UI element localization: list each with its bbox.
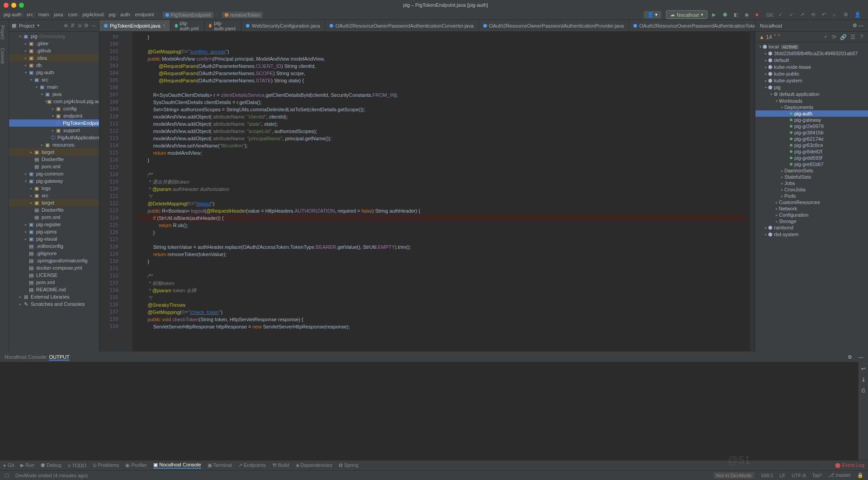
noc-item-StatefulSets[interactable]: ▸StatefulSets xyxy=(755,174,868,180)
problems-count[interactable]: 14 xyxy=(766,34,772,40)
noc-item-CronJobs[interactable]: ▸CronJobs xyxy=(755,186,868,193)
tree-item-com.pig4cloud.pig.auth[interactable]: ▾▣com.pig4cloud.pig.auth xyxy=(9,98,99,105)
git-commit-icon[interactable]: ✓ xyxy=(789,12,796,18)
git-branch[interactable]: ⎇ master xyxy=(828,472,851,478)
breadcrumb-method[interactable]: removeToken xyxy=(222,12,263,18)
bottom-settings-icon[interactable]: ⚙ xyxy=(848,354,852,360)
print-icon[interactable]: ⎙ xyxy=(862,387,865,394)
noc-item-Storage[interactable]: ▸Storage xyxy=(755,218,868,224)
tree-item-README.md[interactable]: ▤README.md xyxy=(9,286,99,293)
breadcrumb-class[interactable]: PigTokenEndpoint xyxy=(163,12,214,18)
tree-item-PigTokenEndpoint[interactable]: ⒸPigTokenEndpoint xyxy=(9,119,99,127)
run-config-history[interactable]: 👤 ▾ xyxy=(644,11,661,19)
bottom-tab-OUTPUT[interactable]: OUTPUT xyxy=(49,354,69,361)
noc-item-DaemonSets[interactable]: ▸DaemonSets xyxy=(755,167,868,174)
tw-Problems[interactable]: ⊙ Problems xyxy=(93,462,119,468)
tw-Terminal[interactable]: ▣ Terminal xyxy=(208,462,232,468)
tree-item-.gitignore[interactable]: ▤.gitignore xyxy=(9,250,99,257)
tree-item-LICENSE[interactable]: ▤LICENSE xyxy=(9,271,99,279)
project-toolwindow-tab[interactable]: Project xyxy=(0,24,5,41)
tw-Git[interactable]: ▸ Git xyxy=(4,462,14,468)
scroll-to-end-icon[interactable]: ⤓ xyxy=(861,376,866,383)
indent-info[interactable]: Tab* xyxy=(812,473,822,478)
tab-pig-auth.yaml[interactable]: pig-auth.yaml xyxy=(204,20,241,31)
breadcrumb-item[interactable]: auth xyxy=(120,12,130,17)
breadcrumb-item[interactable]: pig xyxy=(108,12,115,17)
tw-Dependencies[interactable]: ◈ Dependencies xyxy=(296,462,332,468)
coverage-icon[interactable]: ◧ xyxy=(734,12,740,18)
tab-PigTokenEndpoint.java[interactable]: PigTokenEndpoint.java× xyxy=(99,20,170,31)
noc-item-CustomResources[interactable]: ▸CustomResources xyxy=(755,199,868,205)
noc-item-Workloads[interactable]: ▾Workloads xyxy=(755,98,868,104)
noc-item-Network[interactable]: ▸Network xyxy=(755,205,868,212)
bottom-tab-Nocalhost Console:[interactable]: Nocalhost Console: xyxy=(5,354,47,360)
git-push-icon[interactable]: ↗ xyxy=(800,12,807,18)
tw-Profiler[interactable]: ◉ Profiler xyxy=(125,462,147,468)
tree-item-pig[interactable]: ▾▣pig ~/Desktop/pig xyxy=(9,33,99,40)
tree-item-target[interactable]: ▸▣target xyxy=(9,199,99,206)
tree-item-logs[interactable]: ▸▣logs xyxy=(9,185,99,192)
project-tree[interactable]: ▾▣pig ~/Desktop/pig▸▣.gitee▸▣.github▸▣.i… xyxy=(9,32,99,352)
noc-item-pig-auth[interactable]: pig-auth xyxy=(755,110,868,117)
tab-OAuth2ResourceOwnerPasswordAuthenticationConverter.java[interactable]: OAuth2ResourceOwnerPasswordAuthenticatio… xyxy=(325,20,479,31)
tree-item-Scratches and Consoles[interactable]: ▸✎Scratches and Consoles xyxy=(9,300,99,308)
noc-item-pig-gre81b67[interactable]: pig-gre81b67 xyxy=(755,161,868,167)
console-output[interactable] xyxy=(0,362,858,460)
commit-toolwindow-tab[interactable]: Commit xyxy=(0,46,5,65)
file-encoding[interactable]: UTF-8 xyxy=(792,473,806,478)
noc-item-pig-gr2e0979[interactable]: pig-gr2e0979 xyxy=(755,123,868,129)
project-header[interactable]: Project xyxy=(19,23,34,29)
tw-Nocalhost Console[interactable]: ▣ Nocalhost Console xyxy=(153,462,201,469)
tab-WebSecurityConfiguration.java[interactable]: WebSecurityConfiguration.java xyxy=(241,20,325,31)
git-rollback-icon[interactable]: ↶ xyxy=(822,12,828,18)
tree-item-docker-compose.yml[interactable]: ▤docker-compose.yml xyxy=(9,264,99,271)
breadcrumb-item[interactable]: endpoint xyxy=(135,12,154,17)
filter-icon[interactable]: ☰ xyxy=(850,34,855,40)
event-log-button[interactable]: ⬤ Event Log xyxy=(835,462,864,468)
line-separator[interactable]: LF xyxy=(779,473,785,478)
expand-all-icon[interactable]: ⇵ xyxy=(71,23,75,29)
help-icon[interactable]: ？ xyxy=(859,33,864,41)
tab-OAuth2ResourceOwnerPasswordAuthenticationProvider.java[interactable]: OAuth2ResourceOwnerPasswordAuthenticatio… xyxy=(479,20,629,31)
noc-item-pig[interactable]: ▾⬢ pig xyxy=(755,84,868,91)
tw-Build[interactable]: ⚒ Build xyxy=(272,462,289,468)
tree-item-pom.xml[interactable]: ▤pom.xml xyxy=(9,279,99,286)
noc-item-pig-gr63c8ce[interactable]: pig-gr63c8ce xyxy=(755,142,868,148)
breadcrumb-item[interactable]: pig4cloud xyxy=(82,12,104,17)
tree-item-pom.xml[interactable]: ▤pom.xml xyxy=(9,163,99,170)
noc-item-Jobs[interactable]: ▸Jobs xyxy=(755,180,868,186)
lock-icon[interactable]: 🔒 xyxy=(857,472,863,478)
add-icon[interactable]: ＋ xyxy=(823,33,828,41)
noc-item-pig-gr38415b[interactable]: pig-gr38415b xyxy=(755,129,868,136)
collapse-all-icon[interactable]: ⇲ xyxy=(77,23,81,29)
select-opened-icon[interactable]: ⊕ xyxy=(64,23,68,29)
tree-item-src[interactable]: ▸▣src xyxy=(9,192,99,199)
tw-Debug[interactable]: ⬢ Debug xyxy=(41,462,61,468)
noc-item-pig-gr62174e[interactable]: pig-gr62174e xyxy=(755,136,868,142)
noc-item-rbd-system[interactable]: ▸⬢ rbd-system xyxy=(755,231,868,238)
run-config-nocalhost[interactable]: ☁ Nocalhost ▾ xyxy=(666,10,708,19)
tree-item-pig-auth[interactable]: ▾▣pig-auth xyxy=(9,69,99,76)
avatar-icon[interactable]: 👤 xyxy=(854,12,861,18)
settings-gear-icon[interactable]: ⚙ xyxy=(84,23,89,29)
git-update-icon[interactable]: ✓ xyxy=(778,12,785,18)
tree-item-pig-gateway[interactable]: ▾▣pig-gateway xyxy=(9,177,99,185)
caret-position[interactable]: 168:1 xyxy=(761,473,774,478)
noc-item-default.application[interactable]: ▾⚙ default.application xyxy=(755,91,868,98)
link-icon[interactable]: 🔗 xyxy=(840,34,847,40)
noc-item-Deployments[interactable]: ▾Deployments xyxy=(755,104,868,110)
tree-item-.gitee[interactable]: ▸▣.gitee xyxy=(9,40,99,47)
tree-item-Dockerfile[interactable]: ▤Dockerfile xyxy=(9,206,99,214)
tree-item-.springjavaformatconfig[interactable]: ▤.springjavaformatconfig xyxy=(9,257,99,264)
breadcrumb-item[interactable]: src xyxy=(27,12,33,17)
tree-item-.github[interactable]: ▸▣.github xyxy=(9,47,99,54)
settings-icon[interactable]: ⚙ xyxy=(844,12,850,18)
run-icon[interactable]: ▶ xyxy=(712,12,718,18)
tree-item-pig-register[interactable]: ▸▣pig-register xyxy=(9,221,99,228)
tree-item-endpoint[interactable]: ▾▣endpoint xyxy=(9,112,99,119)
tree-item-target[interactable]: ▸▣target xyxy=(9,148,99,156)
tree-item-External Libraries[interactable]: ▸⊞External Libraries xyxy=(9,293,99,300)
noc-item-local[interactable]: ▾⬢ localACTIVE xyxy=(755,43,868,50)
breadcrumb-item[interactable]: main xyxy=(38,12,49,17)
noc-item-pig-gateway[interactable]: pig-gateway xyxy=(755,117,868,123)
